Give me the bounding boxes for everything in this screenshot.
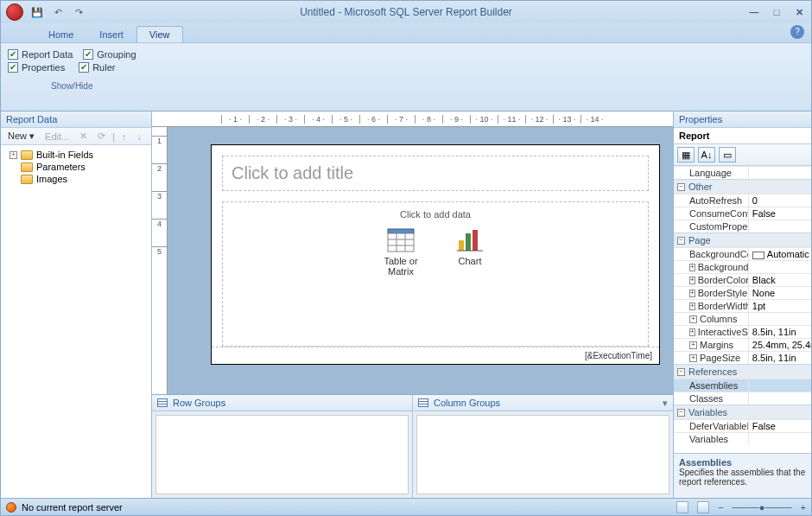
tree-images[interactable]: Images bbox=[4, 173, 148, 185]
check-properties[interactable]: ✔Properties bbox=[8, 62, 65, 73]
prop-bgimage[interactable]: +BackgroundImage bbox=[674, 261, 748, 273]
categorized-button[interactable]: ▦ bbox=[677, 147, 695, 162]
content-row: Report Data New ▾ Edit... ✕ ⟳ | ↑ ↓ +Bui… bbox=[1, 111, 811, 498]
horizontal-ruler: · 1 ·· 2 ·· 3 ·· 4 ·· 5 ·· 6 ·· 7 ·· 8 ·… bbox=[152, 111, 673, 127]
zoom-slider[interactable]: ────●──── bbox=[733, 502, 792, 513]
prop-classes[interactable]: Classes bbox=[674, 392, 748, 405]
prop-cat-variables[interactable]: −Variables bbox=[674, 405, 811, 419]
moveup-button[interactable]: ↑ bbox=[118, 131, 130, 143]
prop-columns[interactable]: +Columns bbox=[674, 313, 748, 325]
redo-button[interactable]: ↷ bbox=[70, 3, 87, 21]
prop-customprops[interactable]: CustomProperties bbox=[674, 220, 748, 233]
chart-icon bbox=[456, 228, 484, 252]
report-data-panel: Report Data New ▾ Edit... ✕ ⟳ | ↑ ↓ +Bui… bbox=[1, 111, 152, 498]
insert-table-button[interactable]: Table or Matrix bbox=[379, 228, 422, 277]
preview-button[interactable] bbox=[697, 501, 709, 513]
colgroup-icon bbox=[418, 398, 428, 407]
server-status-icon bbox=[6, 502, 16, 513]
design-view-button[interactable] bbox=[676, 501, 688, 513]
folder-icon bbox=[21, 175, 33, 184]
statusbar: No current report server − ────●──── + bbox=[1, 498, 811, 515]
tab-view[interactable]: View bbox=[136, 26, 183, 42]
data-region-placeholder[interactable]: Click to add data Table or Matrix Chart bbox=[222, 201, 649, 347]
tree-parameters[interactable]: Parameters bbox=[4, 161, 148, 173]
check-ruler[interactable]: ✔Ruler bbox=[79, 62, 115, 73]
prop-bordercolor[interactable]: +BorderColor bbox=[674, 274, 748, 286]
svg-rect-7 bbox=[466, 233, 471, 251]
insert-chart-button[interactable]: Chart bbox=[448, 228, 492, 277]
prop-cat-references[interactable]: −References bbox=[674, 364, 811, 379]
svg-rect-1 bbox=[388, 233, 414, 252]
undo-button[interactable]: ↶ bbox=[49, 3, 67, 21]
properties-grid[interactable]: Language −Other AutoRefresh0 ConsumeCont… bbox=[674, 166, 811, 453]
properties-panel: Properties Report ▦ A↓ ▭ Language −Other… bbox=[673, 111, 811, 498]
column-groups-pane: Column Groups▾ bbox=[413, 395, 673, 498]
new-button[interactable]: New ▾ bbox=[4, 130, 38, 143]
prop-defervariable[interactable]: DeferVariableEvaluation bbox=[674, 420, 748, 432]
app-icon[interactable] bbox=[6, 3, 23, 21]
edit-button[interactable]: Edit... bbox=[41, 131, 73, 143]
design-area: · 1 ·· 2 ·· 3 ·· 4 ·· 5 ·· 6 ·· 7 ·· 8 ·… bbox=[152, 111, 673, 498]
vertical-ruler: 12345 bbox=[152, 127, 168, 394]
prop-cat-other[interactable]: −Other bbox=[674, 179, 811, 194]
report-page[interactable]: Click to add title Click to add data Tab… bbox=[211, 144, 660, 365]
report-data-header: Report Data bbox=[1, 111, 151, 128]
folder-icon bbox=[21, 150, 33, 160]
ribbon-group-label: Show/Hide bbox=[8, 81, 136, 91]
prop-interactivesize[interactable]: +InteractiveSize bbox=[674, 326, 748, 338]
minimize-button[interactable]: — bbox=[747, 7, 761, 18]
check-grouping[interactable]: ✔Grouping bbox=[83, 49, 136, 60]
ribbon-group-showhide: ✔Report Data ✔Grouping ✔Properties ✔Rule… bbox=[8, 47, 136, 91]
column-groups-list[interactable] bbox=[416, 415, 669, 494]
row-groups-pane: Row Groups bbox=[152, 395, 413, 498]
help-button[interactable]: ? bbox=[790, 25, 804, 39]
grouping-pane: Row Groups Column Groups▾ bbox=[152, 394, 673, 498]
zoom-in-button[interactable]: + bbox=[801, 502, 806, 513]
prop-borderwidth[interactable]: +BorderWidth bbox=[674, 300, 748, 312]
prop-assemblies[interactable]: Assemblies bbox=[674, 379, 748, 392]
properties-description: Assemblies Specifies the assemblies that… bbox=[674, 453, 811, 498]
maximize-button[interactable]: □ bbox=[770, 7, 783, 18]
tab-insert[interactable]: Insert bbox=[86, 26, 136, 42]
close-button[interactable]: ✕ bbox=[792, 7, 806, 18]
prop-borderstyle[interactable]: +BorderStyle bbox=[674, 287, 748, 299]
prop-variables[interactable]: Variables bbox=[674, 433, 748, 445]
prop-cat-page[interactable]: −Page bbox=[674, 233, 811, 247]
grouping-menu-button[interactable]: ▾ bbox=[663, 398, 668, 409]
save-button[interactable]: 💾 bbox=[29, 3, 46, 21]
prop-language[interactable]: Language bbox=[674, 167, 748, 179]
prop-consume[interactable]: ConsumeContainerWhitespace bbox=[674, 207, 748, 220]
zoom-out-button[interactable]: − bbox=[718, 502, 723, 513]
window-controls: — □ ✕ bbox=[747, 7, 806, 18]
tab-home[interactable]: Home bbox=[35, 26, 86, 42]
svg-rect-6 bbox=[459, 240, 464, 251]
title-placeholder[interactable]: Click to add title bbox=[222, 156, 649, 191]
quick-access-toolbar: 💾 ↶ ↷ bbox=[29, 3, 87, 21]
ribbon-tabs: Home Insert View ? bbox=[1, 23, 811, 42]
prop-bgcolor[interactable]: BackgroundColor bbox=[674, 248, 748, 260]
prop-margins[interactable]: +Margins bbox=[674, 339, 748, 351]
app-window: 💾 ↶ ↷ Untitled - Microsoft SQL Server Re… bbox=[0, 0, 812, 516]
svg-rect-0 bbox=[388, 229, 414, 233]
check-report-data[interactable]: ✔Report Data bbox=[8, 49, 73, 60]
report-data-tree: +Built-in Fields Parameters Images bbox=[1, 145, 151, 498]
property-pages-button[interactable]: ▭ bbox=[719, 147, 736, 162]
properties-header: Properties bbox=[674, 111, 811, 128]
prop-desc-title: Assemblies bbox=[679, 457, 806, 468]
page-footer-expression[interactable]: [&ExecutionTime] bbox=[212, 347, 659, 364]
prop-autorefresh[interactable]: AutoRefresh bbox=[674, 194, 748, 207]
data-prompt: Click to add data bbox=[400, 209, 471, 220]
delete-button[interactable]: ✕ bbox=[76, 130, 91, 143]
dropdown-icon: ▾ bbox=[29, 131, 35, 141]
svg-rect-8 bbox=[473, 230, 478, 251]
row-groups-list[interactable] bbox=[155, 415, 409, 494]
folder-icon bbox=[21, 162, 33, 172]
alphabetical-button[interactable]: A↓ bbox=[698, 147, 715, 162]
movedown-button[interactable]: ↓ bbox=[134, 131, 146, 143]
row-groups-header: Row Groups bbox=[152, 395, 412, 411]
column-groups-header: Column Groups▾ bbox=[413, 395, 673, 411]
design-canvas[interactable]: Click to add title Click to add data Tab… bbox=[168, 127, 673, 394]
refresh-button[interactable]: ⟳ bbox=[94, 130, 109, 143]
prop-pagesize[interactable]: +PageSize bbox=[674, 352, 748, 364]
tree-builtin-fields[interactable]: +Built-in Fields bbox=[4, 149, 148, 161]
